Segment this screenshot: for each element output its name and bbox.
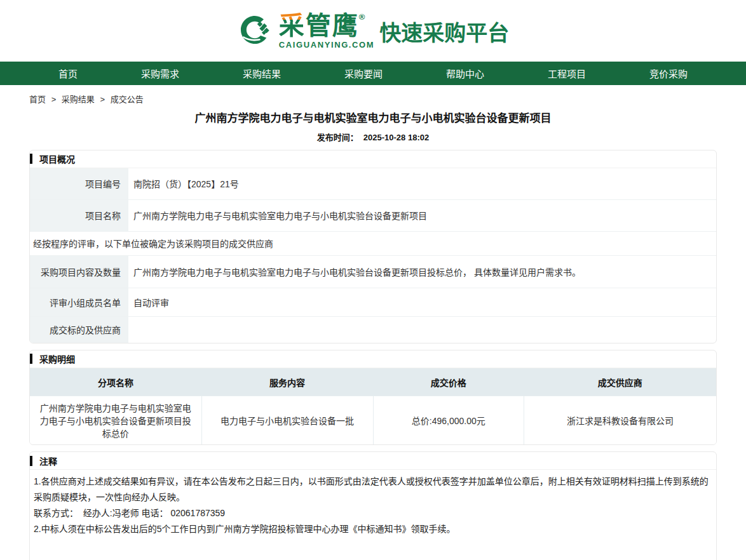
main-content: 首页 > 采购结果 > 成交公告 广州南方学院电力电子与电机实验室电力电子与小电… [29,85,717,560]
row-value: 自动评审 [128,288,716,316]
row-label: 采购项目内容及数量 [30,256,128,288]
nav-item-engineering-projects[interactable]: 工程项目 [548,67,586,80]
section-title: 采购明细 [39,352,75,365]
section-procurement-detail: 采购明细 分项名称 服务内容 成交价格 成交供应商 广州南方学院电力电子与电机实… [29,350,717,446]
row-label: 成交标的及供应商 [30,317,128,343]
row-label: 项目编号 [30,168,128,199]
brand-logo[interactable]: 采管鹰® CAIGUANYING.COM 快速采购平台 [237,12,509,50]
award-statement-row: 经按程序的评审，以下单位被确定为该采购项目的成交供应商 [30,232,716,256]
section-marker-bar [30,456,32,466]
nav-item-home[interactable]: 首页 [58,67,78,80]
section-title: 注释 [39,455,57,467]
page-title: 广州南方学院电力电子与电机实验室电力电子与小电机实验台设备更新项目 [29,111,717,126]
column-header-item-name: 分项名称 [30,368,201,396]
section-notes: 注释 1.各供应商对上述成交结果如有异议，请在本公告发布之日起三日内，以书面形式… [29,451,717,560]
row-value: 南院招（货）【2025】21号 [128,168,716,199]
signature-block: 广州南方学院 2025年10月28日 [34,537,710,560]
publish-time-line: 发布时间：2025-10-28 18:02 [29,131,717,143]
row-label: 评审小组成员名单 [30,288,128,316]
detail-table-header-row: 分项名称 服务内容 成交价格 成交供应商 [30,368,716,396]
brand-name-rest: 管鹰 [306,11,359,39]
section-header: 项目概况 [30,150,716,168]
table-row-project-number: 项目编号 南院招（货）【2025】21号 [30,168,716,200]
section-title: 项目概况 [39,152,75,165]
row-label: 项目名称 [30,200,128,231]
breadcrumb-separator: > [51,95,57,104]
column-header-service-content: 服务内容 [201,368,373,396]
brand-name-accent-char: 采 [279,11,306,39]
column-header-award-price: 成交价格 [373,368,524,396]
cell-award-price: 总价:496,000.00元 [373,396,524,445]
note-line-contact: 联系方式： 经办人:冯老师 电话： 02061787359 [34,505,710,521]
registered-mark: ® [359,12,367,22]
section-marker-bar [30,154,32,164]
nav-item-procurement-news[interactable]: 采购要闻 [344,67,383,80]
cell-service-content: 电力电子与小电机实验台设备一批 [201,396,373,445]
table-row-content-quantity: 采购项目内容及数量 广州南方学院电力电子与电机实验室电力电子与小电机实验台设备更… [30,256,716,288]
section-marker-bar [30,354,32,364]
nav-item-procurement-demand[interactable]: 采购需求 [141,67,179,80]
row-value: 广州南方学院电力电子与电机实验室电力电子与小电机实验台设备更新项目 [128,200,716,231]
brand-domain: CAIGUANYING.COM [279,40,374,50]
brand-name: 采管鹰® [279,13,367,38]
cell-award-supplier: 浙江求是科教设备有限公司 [524,396,716,445]
main-nav: 首页 采购需求 采购结果 采购要闻 帮助中心 工程项目 竞价采购 [0,62,746,85]
table-row-awarded-supplier: 成交标的及供应商 [30,317,716,343]
page-header: 采管鹰® CAIGUANYING.COM 快速采购平台 [0,0,746,62]
notes-body: 1.各供应商对上述成交结果如有异议，请在本公告发布之日起三日内，以书面形式由法定… [30,470,716,560]
publish-time-label: 发布时间： [317,133,358,142]
nav-item-bidding-procurement[interactable]: 竞价采购 [649,67,688,80]
detail-table: 分项名称 服务内容 成交价格 成交供应商 广州南方学院电力电子与电机实验室电力电… [30,368,716,445]
eagle-swirl-logo-icon [237,12,273,50]
nav-item-help-center[interactable]: 帮助中心 [446,67,484,80]
breadcrumb-separator: > [100,95,105,104]
section-header: 采购明细 [30,350,716,368]
brand-tagline: 快速采购平台 [379,15,509,47]
cell-item-name: 广州南方学院电力电子与电机实验室电力电子与小电机实验台设备更新项目投标总价 [30,396,201,445]
row-value: 广州南方学院电力电子与电机实验室电力电子与小电机实验台设备更新项目投标总价， 具… [128,256,716,288]
row-value [128,317,716,343]
section-header: 注释 [30,452,716,470]
breadcrumb-home-link[interactable]: 首页 [29,95,46,104]
section-project-overview: 项目概况 项目编号 南院招（货）【2025】21号 项目名称 广州南方学院电力电… [29,150,717,343]
table-row-review-panel: 评审小组成员名单 自动评审 [30,288,716,317]
publish-time-value: 2025-10-28 18:02 [363,133,429,142]
breadcrumb: 首页 > 采购结果 > 成交公告 [29,85,717,107]
breadcrumb-current: 成交公告 [111,95,144,104]
table-row-project-name: 项目名称 广州南方学院电力电子与电机实验室电力电子与小电机实验台设备更新项目 [30,200,716,232]
breadcrumb-results-link[interactable]: 采购结果 [62,95,95,104]
column-header-award-supplier: 成交供应商 [524,368,716,396]
detail-table-row: 广州南方学院电力电子与电机实验室电力电子与小电机实验台设备更新项目投标总价 电力… [30,396,716,445]
nav-item-procurement-results[interactable]: 采购结果 [243,67,281,80]
note-line-objection: 1.各供应商对上述成交结果如有异议，请在本公告发布之日起三日内，以书面形式由法定… [34,474,710,505]
note-line-award-notice: 2.中标人须在中标公告发出后的5个工作日内到广州南方学院招投标管理中心办理《中标… [34,521,710,537]
